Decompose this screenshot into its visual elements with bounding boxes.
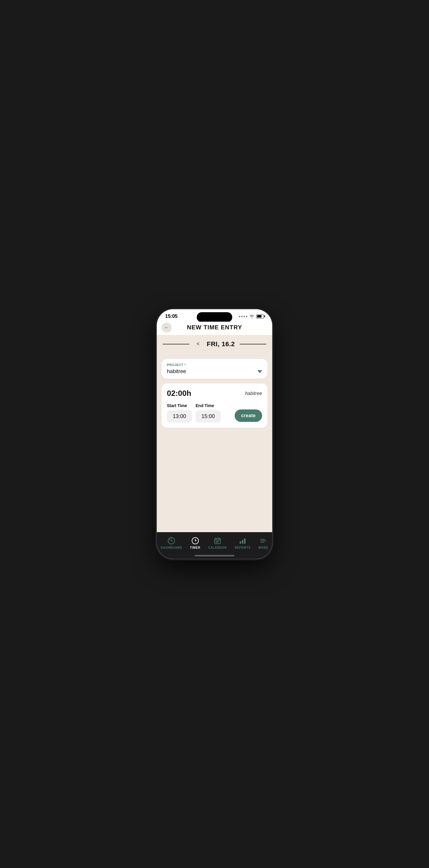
svg-rect-12	[244, 538, 246, 544]
dashboard-tab-label: DASHBOARD	[161, 546, 182, 549]
svg-rect-8	[216, 542, 217, 543]
svg-rect-10	[240, 541, 241, 544]
signal-dot-2	[241, 316, 242, 317]
dropdown-arrow-icon	[257, 370, 262, 373]
tab-timer[interactable]: TIMER	[187, 536, 204, 551]
date-line-right	[240, 344, 266, 344]
project-tag: habitree	[245, 391, 262, 396]
signal-dot-1	[239, 316, 240, 317]
back-button[interactable]: ←	[162, 322, 172, 333]
time-row: Start Time 13:00 End Time 15:00 create	[167, 403, 262, 423]
start-time-field: Start Time 13:00	[167, 403, 192, 423]
start-time-value[interactable]: 13:00	[167, 410, 192, 423]
status-bar: 15:05	[157, 309, 272, 322]
home-indicator	[195, 555, 234, 556]
timer-tab-label: TIMER	[190, 546, 200, 549]
phone-frame: 15:05	[157, 309, 272, 559]
page-title: NEW TIME ENTRY	[187, 324, 242, 331]
duration-label: 02:00h	[167, 389, 191, 398]
tab-calendar[interactable]: CALENDAR	[205, 536, 230, 551]
project-card: PROJECT * habitree	[162, 359, 267, 379]
dashboard-icon	[168, 537, 175, 545]
time-entry-header: 02:00h habitree	[167, 389, 262, 398]
date-navigator: < FRI, 16.2	[157, 335, 272, 353]
date-label: FRI, 16.2	[207, 340, 235, 348]
project-name: habitree	[167, 368, 186, 375]
svg-point-1	[171, 540, 172, 541]
calendar-icon	[213, 537, 221, 545]
svg-rect-6	[217, 541, 218, 541]
start-time-label: Start Time	[167, 403, 192, 408]
time-entry-card: 02:00h habitree Start Time 13:00 End Tim…	[162, 383, 267, 428]
more-icon	[259, 537, 267, 545]
project-selector[interactable]: habitree	[167, 368, 262, 375]
back-arrow-icon: ←	[164, 325, 169, 330]
phone-screen: 15:05	[157, 309, 272, 559]
svg-point-3	[195, 540, 196, 541]
date-line-left	[163, 344, 189, 344]
dynamic-island	[197, 312, 232, 322]
create-button[interactable]: create	[235, 409, 262, 422]
more-tab-label: MORE	[258, 546, 268, 549]
battery-icon	[256, 315, 264, 318]
main-content: PROJECT * habitree 02:00h habitree Start…	[157, 353, 272, 532]
svg-rect-5	[216, 541, 217, 541]
status-icons	[239, 314, 264, 318]
timer-icon	[192, 537, 199, 545]
end-time-field: End Time 15:00	[196, 403, 221, 423]
end-time-label: End Time	[196, 403, 221, 408]
battery-fill	[257, 315, 262, 317]
wifi-icon	[249, 314, 254, 318]
project-field-label: PROJECT *	[167, 363, 262, 367]
tab-more[interactable]: MORE	[255, 536, 271, 551]
signal-icon	[239, 316, 247, 317]
nav-header: ← NEW TIME ENTRY	[157, 322, 272, 335]
calendar-tab-label: CALENDAR	[208, 546, 227, 549]
reports-icon	[239, 537, 247, 545]
signal-dot-4	[246, 316, 247, 317]
end-time-value[interactable]: 15:00	[196, 410, 221, 423]
svg-rect-9	[217, 542, 218, 543]
status-time: 15:05	[165, 313, 177, 319]
svg-rect-11	[242, 540, 243, 544]
date-prev-button[interactable]: <	[194, 340, 202, 348]
tab-reports[interactable]: REPORTS	[231, 536, 254, 551]
signal-dot-3	[244, 316, 245, 317]
tab-dashboard[interactable]: DASHBOARD	[157, 536, 185, 551]
reports-tab-label: REPORTS	[235, 546, 251, 549]
svg-rect-7	[218, 541, 219, 541]
